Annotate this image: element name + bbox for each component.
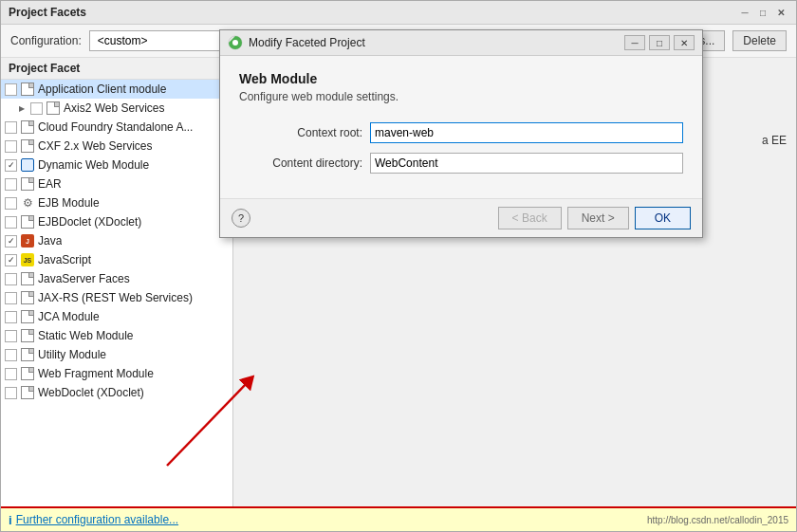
modal-titlebar-left: Modify Faceted Project <box>228 35 365 50</box>
gear-icon-ejb: ⚙ <box>20 195 35 211</box>
modal-title-text: Modify Faceted Project <box>249 36 365 49</box>
page-icon-static <box>20 328 35 343</box>
facet-checkbox-jsf[interactable] <box>5 273 17 285</box>
spring-icon <box>228 35 243 50</box>
facet-checkbox-ejbdoclet[interactable] <box>5 216 17 229</box>
svg-point-1 <box>232 40 238 46</box>
web-icon <box>20 157 35 173</box>
facet-name-ejbdoclet: EJBDoclet (XDoclet) <box>38 215 141 229</box>
panel-minimize-btn[interactable]: ─ <box>737 5 752 20</box>
facet-item-cloud-foundry[interactable]: Cloud Foundry Standalone A... <box>1 118 232 137</box>
facet-checkbox-jax-rs[interactable] <box>5 292 17 304</box>
facet-name-web-fragment: Web Fragment Module <box>38 367 154 380</box>
facet-checkbox-utility[interactable] <box>5 349 17 361</box>
facet-checkbox-javascript[interactable]: ✓ <box>5 254 17 266</box>
facet-checkbox-dynamic-web[interactable]: ✓ <box>5 159 17 172</box>
facet-item-java[interactable]: ✓ J Java <box>1 231 232 250</box>
delete-button[interactable]: Delete <box>732 30 787 51</box>
modal-footer-right: < Back Next > OK <box>498 207 691 229</box>
facet-checkbox-jca[interactable] <box>5 311 17 323</box>
facet-checkbox-app-client[interactable] <box>5 83 17 96</box>
facet-expander-axis2[interactable]: ▶ <box>16 102 28 114</box>
facet-item-jax-rs[interactable]: JAX-RS (REST Web Services) <box>1 288 232 307</box>
java-icon: J <box>20 233 35 248</box>
page-icon-webdoclet <box>20 385 35 400</box>
page-icon-cloud <box>20 119 35 135</box>
js-icon: JS <box>20 252 35 267</box>
facet-item-web-fragment[interactable]: Web Fragment Module <box>1 364 232 383</box>
page-icon-jsf <box>20 271 35 286</box>
modal-controls: ─ □ ✕ <box>624 35 695 50</box>
facet-checkbox-axis2[interactable] <box>30 102 43 115</box>
context-root-input[interactable] <box>370 122 683 143</box>
facet-name-jax-rs: JAX-RS (REST Web Services) <box>38 291 193 304</box>
page-icon-jax-rs <box>20 290 35 305</box>
content-dir-label: Content directory: <box>239 156 362 170</box>
facet-name-cloud-foundry: Cloud Foundry Standalone A... <box>38 120 193 134</box>
facet-item-axis2[interactable]: ▶ Axis2 Web Services <box>1 99 232 118</box>
page-icon-jca <box>20 309 35 324</box>
modal-maximize-btn[interactable]: □ <box>649 35 670 50</box>
facet-item-dynamic-web[interactable]: ✓ Dynamic Web Module <box>1 156 232 174</box>
facet-name-app-client: Application Client module <box>38 83 166 96</box>
back-button[interactable]: < Back <box>498 207 562 229</box>
facet-name-dynamic-web: Dynamic Web Module <box>38 158 149 172</box>
facet-name-java: Java <box>38 234 62 248</box>
facet-item-ejb[interactable]: ⚙ EJB Module <box>1 193 232 212</box>
info-icon: i <box>9 513 12 527</box>
page-icon-cxf <box>20 138 35 154</box>
modal-close-btn[interactable]: ✕ <box>674 35 695 50</box>
main-panel: Project Facets ─ □ ✕ Configuration: <cus… <box>0 0 797 532</box>
ok-button[interactable]: OK <box>635 207 691 229</box>
facet-item-ejbdoclet[interactable]: EJBDoclet (XDoclet) <box>1 212 232 231</box>
page-icon-web-fragment <box>20 366 35 381</box>
facet-item-jsf[interactable]: JavaServer Faces <box>1 269 232 288</box>
facet-checkbox-java[interactable]: ✓ <box>5 235 17 248</box>
facet-name-ejb: EJB Module <box>38 196 100 210</box>
facet-name-static-web: Static Web Module <box>38 329 134 342</box>
facet-name-utility: Utility Module <box>38 348 106 361</box>
facet-name-axis2: Axis2 Web Services <box>64 101 164 115</box>
page-icon-utility <box>20 347 35 362</box>
facet-item-static-web[interactable]: Static Web Module <box>1 326 232 345</box>
facet-list-header: Project Facet <box>1 58 232 80</box>
facet-checkbox-cloud-foundry[interactable] <box>5 121 17 134</box>
facet-name-jsf: JavaServer Faces <box>38 272 130 285</box>
panel-maximize-btn[interactable]: □ <box>755 5 770 20</box>
next-button[interactable]: Next > <box>567 207 629 229</box>
facet-item-cxf[interactable]: CXF 2.x Web Services <box>1 137 232 156</box>
page-icon-ear <box>20 176 35 192</box>
facet-checkbox-web-fragment[interactable] <box>5 368 17 380</box>
config-label: Configuration: <box>10 34 82 47</box>
facet-item-ear[interactable]: EAR <box>1 174 232 193</box>
panel-title-text: Project Facets <box>9 6 86 19</box>
modal-minimize-btn[interactable]: ─ <box>624 35 645 50</box>
panel-close-btn[interactable]: ✕ <box>773 5 788 20</box>
facet-item-app-client[interactable]: Application Client module <box>1 80 232 99</box>
status-bar: i Further configuration available... htt… <box>1 506 796 531</box>
facet-item-utility[interactable]: Utility Module <box>1 345 232 364</box>
modal-section-desc: Configure web module settings. <box>239 90 683 103</box>
context-root-label: Context root: <box>239 126 362 139</box>
content-dir-input[interactable] <box>370 153 683 174</box>
facet-checkbox-static-web[interactable] <box>5 330 17 342</box>
modal-body: Web Module Configure web module settings… <box>220 56 702 198</box>
status-link[interactable]: Further configuration available... <box>16 513 178 526</box>
facet-checkbox-webdoclet[interactable] <box>5 387 17 399</box>
modal-dialog: Modify Faceted Project ─ □ ✕ Web Module … <box>219 29 703 238</box>
page-icon-axis2 <box>46 101 61 116</box>
facet-name-ear: EAR <box>38 177 62 191</box>
status-url: http://blog.csdn.net/callodin_2015 <box>647 515 788 525</box>
facet-item-jca[interactable]: JCA Module <box>1 307 232 326</box>
facet-name-jca: JCA Module <box>38 310 100 323</box>
facet-checkbox-ejb[interactable] <box>5 197 17 210</box>
context-root-row: Context root: <box>239 122 683 143</box>
facet-checkbox-cxf[interactable] <box>5 140 17 153</box>
facet-checkbox-ear[interactable] <box>5 178 17 191</box>
help-button[interactable]: ? <box>232 209 250 228</box>
modal-footer: ? < Back Next > OK <box>220 198 702 237</box>
facet-item-javascript[interactable]: ✓ JS JavaScript <box>1 250 232 269</box>
facet-list: Project Facet Application Client module … <box>1 58 233 506</box>
facet-name-javascript: JavaScript <box>38 253 91 266</box>
facet-item-webdoclet[interactable]: WebDoclet (XDoclet) <box>1 383 232 402</box>
